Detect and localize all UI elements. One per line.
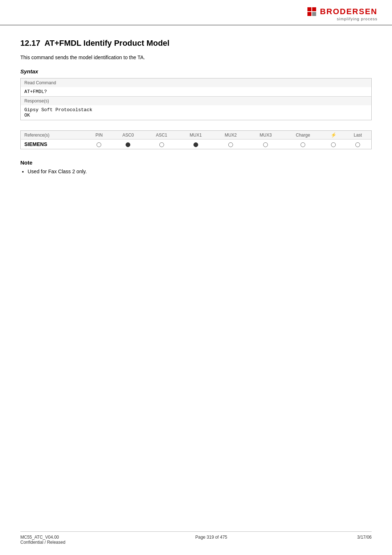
val-asc1 [145,139,178,149]
circle-asc1 [159,142,164,147]
circle-last [355,142,360,147]
responses-label: Response(s) [21,97,372,106]
col-special: ⚡ [323,131,344,139]
val-asc0 [111,139,145,149]
footer-date: 3/17/06 [357,535,372,545]
col-mux3: MUX3 [248,131,283,139]
val-last [344,139,372,149]
col-charge: Charge [283,131,323,139]
section-title: 12.17 AT+FMDL Identify Product Model [20,39,372,48]
circle-pin [97,142,101,147]
svg-rect-2 [307,12,311,16]
logo-sub: simplifying process [337,17,377,21]
circle-charge [301,142,305,147]
svg-rect-3 [312,12,316,16]
col-asc1: ASC1 [145,131,178,139]
val-mux3 [248,139,283,149]
logo-area: BRODERSEN simplifying process [307,7,377,21]
responses-value: Gipsy Soft Protocolstack OK [21,105,372,120]
circle-mux3 [263,142,268,147]
syntax-label: Syntax [20,68,372,74]
note-item-1: Used for Fax Class 2 only. [28,169,372,174]
note-label: Note [20,159,372,166]
footer-page: Page 319 of 475 [195,535,227,545]
svg-rect-0 [307,7,311,11]
syntax-table: Read Command AT+FMDL? Response(s) Gipsy … [20,78,372,120]
circle-mux1 [193,142,198,147]
svg-rect-1 [312,7,316,11]
ref-siemens-label: SIEMENS [21,139,87,149]
logo-icon [307,7,317,17]
footer-left: MC55_ATC_V04.00 Confidential / Released [20,535,65,545]
footer-confidential: Confidential / Released [20,540,65,545]
val-special [323,139,344,149]
col-mux2: MUX2 [213,131,248,139]
val-mux2 [213,139,248,149]
page-footer: MC55_ATC_V04.00 Confidential / Released … [20,531,372,545]
ref-header-label: Reference(s) [21,131,87,139]
val-charge [283,139,323,149]
circle-special [331,142,336,147]
circle-mux2 [228,142,233,147]
section-description: This command sends the model identificat… [20,54,372,60]
col-asc0: ASC0 [111,131,145,139]
val-pin [87,139,111,149]
ref-header-row: Reference(s) PIN ASC0 ASC1 MUX1 MUX2 MUX… [21,131,372,139]
read-command-label: Read Command [21,78,372,88]
col-pin: PIN [87,131,111,139]
val-mux1 [178,139,213,149]
note-list: Used for Fax Class 2 only. [20,169,372,174]
ref-data-row-siemens: SIEMENS [21,139,372,149]
page-header: BRODERSEN simplifying process [0,0,392,25]
main-content: 12.17 AT+FMDL Identify Product Model Thi… [0,25,392,196]
col-last: Last [344,131,372,139]
read-command-value: AT+FMDL? [21,87,372,97]
circle-asc0 [126,142,130,147]
logo-text: BRODERSEN [320,7,377,16]
logo-row: BRODERSEN [307,7,377,17]
reference-table: Reference(s) PIN ASC0 ASC1 MUX1 MUX2 MUX… [20,130,372,149]
footer-doc-id: MC55_ATC_V04.00 [20,535,65,540]
col-mux1: MUX1 [178,131,213,139]
